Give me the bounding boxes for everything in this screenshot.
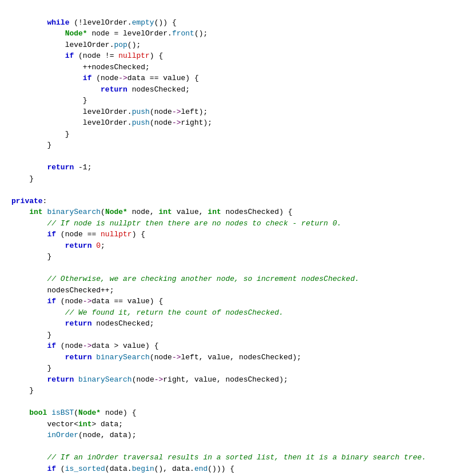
keyword-if2: if (83, 74, 92, 82)
code-text: levelOrder. (65, 41, 114, 49)
indent (11, 319, 65, 328)
indent (11, 241, 65, 250)
fn-is-sorted: is_sorted (65, 465, 105, 473)
keyword-return5: return (65, 353, 92, 362)
code-text: (node (132, 375, 154, 384)
indent (11, 63, 83, 72)
code-text: } (83, 96, 87, 105)
code-text: right, value, nodesChecked); (163, 375, 288, 384)
keyword-if5: if (47, 342, 56, 350)
type-int: int (29, 208, 42, 216)
indent (11, 141, 47, 149)
type-int2: int (159, 208, 172, 216)
indent (11, 375, 47, 384)
keyword-return4: return (65, 319, 92, 328)
type-node2: Node* (105, 208, 127, 216)
code-text: data == value) { (127, 74, 199, 82)
indent (11, 41, 65, 49)
arrow2: -> (172, 108, 181, 116)
indent (11, 230, 47, 239)
indent (11, 275, 47, 283)
comment-inorder: // If an inOrder traversal results in a … (47, 453, 426, 462)
keyword-while: while (47, 18, 69, 27)
code-text: (node != (74, 51, 118, 60)
type-node3: Node* (78, 408, 101, 417)
fn-empty: empty (132, 18, 154, 27)
keyword-return2: return (47, 163, 74, 172)
indent (11, 408, 29, 417)
code-text: data > value) { (91, 342, 158, 350)
code-text: ()) { (154, 18, 177, 27)
type-int3: int (207, 208, 221, 216)
code-text (74, 375, 78, 384)
code-text: } (47, 252, 51, 261)
code-text: ( (74, 408, 78, 417)
arrow5: -> (83, 342, 92, 350)
indent (11, 29, 65, 38)
code-text: node, (127, 208, 159, 216)
indent (11, 252, 47, 261)
fn-binarySearch: binarySearch (47, 208, 101, 216)
code-text: levelOrder. (83, 108, 132, 116)
code-text: -1; (74, 163, 91, 172)
type-bool: bool (29, 408, 47, 417)
fn-pop: pop (114, 41, 127, 49)
indent (11, 174, 29, 183)
indent (11, 51, 65, 60)
code-text: ( (101, 208, 105, 216)
code-text: (), data. (154, 465, 194, 473)
indent (11, 96, 83, 105)
arrow: -> (118, 74, 127, 82)
indent (11, 297, 47, 306)
code-text: node = levelOrder. (87, 29, 172, 38)
keyword-if3: if (47, 230, 56, 239)
code-text: (); (127, 41, 141, 49)
code-text: left, value, nodesChecked); (181, 353, 302, 362)
indent (11, 465, 47, 473)
code-text: } (47, 364, 51, 372)
code-text: data == value) { (91, 297, 163, 306)
code-text: ; (101, 241, 105, 250)
fn-isBST: isBST (51, 408, 74, 417)
indent (11, 18, 47, 27)
fn-push-right: push (132, 118, 150, 127)
comment-otherwise: // Otherwise, we are checking another no… (47, 275, 359, 283)
literal-nullptr2: nullptr (101, 230, 132, 239)
code-text: levelOrder. (83, 118, 132, 127)
indent (11, 219, 47, 228)
keyword-return: return (101, 85, 127, 94)
code-text: } (29, 386, 34, 395)
indent (11, 308, 65, 317)
keyword-return6: return (47, 375, 74, 384)
indent (11, 331, 47, 339)
code-text: (node (150, 108, 172, 116)
indent (11, 74, 83, 82)
literal-0: 0 (96, 241, 101, 250)
code-text: } (47, 331, 51, 339)
code-text: nodesChecked; (91, 319, 154, 328)
code-text: nodesChecked++; (47, 286, 114, 295)
code-text: (node == (56, 230, 101, 239)
code-text: nodesChecked; (127, 85, 190, 94)
code-text: node) { (101, 408, 136, 417)
indent (11, 364, 47, 372)
indent (11, 420, 47, 429)
code-text: (node (91, 74, 118, 82)
code-text: (node (150, 118, 172, 127)
code-text: (node (56, 297, 83, 306)
indent (11, 431, 47, 439)
indent (11, 163, 47, 172)
code-text: : (43, 197, 47, 205)
keyword-return3: return (65, 241, 92, 250)
arrow3: -> (172, 118, 181, 127)
fn-binarySearch3: binarySearch (78, 375, 132, 384)
literal-nullptr: nullptr (118, 51, 150, 60)
type-int4: int (78, 420, 91, 429)
comment-found: // We found it, return the count of node… (65, 308, 284, 317)
indent (11, 353, 65, 362)
code-text: vector< (47, 420, 78, 429)
keyword-private: private (11, 197, 43, 205)
code-text: } (47, 141, 51, 149)
comment-nullptr-check: // If node is nullptr then there are no … (47, 219, 341, 228)
code-text: left); (181, 108, 208, 116)
